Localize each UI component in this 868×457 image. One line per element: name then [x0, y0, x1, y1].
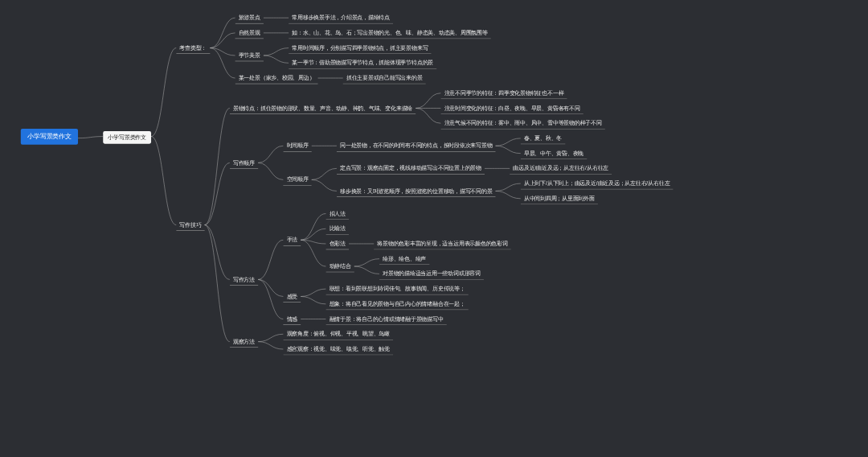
mindmap-node[interactable]: 移步换景：又叫游览顺序，按照游览的位置移动，描写不同的景 [337, 186, 496, 197]
mindmap-node[interactable]: 写作技巧 [176, 220, 204, 231]
mindmap-node[interactable]: 比喻法 [326, 223, 349, 234]
mindmap-node[interactable]: 早晨、中午、黄昏、夜晚 [521, 148, 588, 159]
node-label: 从上到下/从下到上；由远及近/由近及远；从左往右/从右往左 [521, 178, 674, 189]
node-label: 抓住主要景或自己能写出来的景 [343, 72, 426, 84]
node-label: 春、夏、秋、冬 [521, 133, 566, 144]
mindmap-connector [210, 48, 235, 78]
mindmap-connector [264, 48, 289, 56]
mindmap-node[interactable]: 旅游景点 [235, 12, 264, 23]
mindmap-connector [496, 138, 521, 146]
node-label: 常用移步换景手法，介绍景点，描绘特点 [289, 12, 393, 23]
mindmap-node[interactable]: 小学写景类作文 [103, 131, 151, 144]
node-label: 绘形、绘色、绘声 [379, 253, 429, 265]
mindmap-node[interactable]: 绘形、绘色、绘声 [379, 253, 429, 265]
node-label: 感官观察：视觉、味觉、嗅觉、听觉、触觉 [283, 344, 393, 355]
mindmap-connector [151, 48, 176, 137]
node-label: 从中间到四周；从里面到外面 [521, 193, 598, 204]
mindmap-node[interactable]: 注意气候不同的特征：雾中、雨中、风中、雪中等景物的样子不同 [440, 117, 604, 129]
mindmap-connector [301, 296, 326, 303]
node-label: 联想：看到景联想到诗词佳句、故事轶闻、历史传说等； [326, 283, 468, 294]
node-label: 常用时间顺序，分别描写四季景物特点，抓主要景物来写 [289, 43, 431, 54]
node-label: 手法 [283, 235, 301, 246]
mindmap-connector [258, 279, 283, 319]
mindmap-node[interactable]: 由远及近/由近及远；从左往右/从右往左 [510, 163, 612, 175]
node-label: 某一季节：借助景物描写季节特点，抓能体现季节特点的景 [289, 58, 436, 69]
mindmap-connector [301, 228, 326, 240]
mindmap-node[interactable]: 同一处景物，在不同的时间有不同的特点，按时段依次来写景物 [337, 141, 496, 152]
node-label: 写作技巧 [176, 220, 204, 231]
mindmap-node[interactable]: 时间顺序 [283, 141, 311, 152]
node-label: 注意时间变化的特征：白昼、夜晚、早晨、黄昏各有不同 [440, 103, 583, 114]
mindmap-connector [258, 163, 283, 179]
node-label: 移步换景：又叫游览顺序，按照游览的位置移动，描写不同的景 [337, 186, 496, 197]
node-label: 写作方法 [230, 274, 258, 286]
mindmap-node[interactable]: 景物特点：抓住景物的形状、数量、声音、动静、神韵、气味、变化来描绘 [230, 103, 416, 114]
mindmap-node[interactable]: 从中间到四周；从里面到外面 [521, 193, 598, 204]
node-label: 想象：将自己看见的景物与自己内心的情绪融合在一起； [326, 298, 468, 310]
mindmap-connector [264, 56, 289, 63]
mindmap-node[interactable]: 某一季节：借助景物描写季节特点，抓能体现季节特点的景 [289, 58, 436, 69]
mindmap-node[interactable]: 手法 [283, 235, 301, 246]
mindmap-node[interactable]: 拟人法 [326, 208, 349, 220]
node-label: 定点写景：观察点固定，视线移动描写出不同位置上的景物 [337, 163, 485, 175]
mindmap-node[interactable]: 如：水、山、花、鸟、石；写出景物的光、色、味、静态美、动态美、周围氛围等 [289, 27, 491, 39]
node-label: 某一处景（家乡、校园、周边） [235, 72, 318, 84]
mindmap-node[interactable]: 感官观察：视觉、味觉、嗅觉、听觉、触觉 [283, 344, 393, 355]
mindmap-connector [205, 225, 230, 280]
mindmap-node[interactable]: 对景物的描绘适当运用一些动词或形容词 [379, 269, 484, 280]
mindmap-connector [496, 183, 521, 191]
mindmap-connector [78, 137, 103, 138]
mindmap-node[interactable]: 色彩法 [326, 238, 349, 249]
mindmap-node[interactable]: 动静结合 [326, 261, 354, 272]
mindmap-node[interactable]: 感受 [283, 291, 301, 303]
mindmap-node[interactable]: 抓住主要景或自己能写出来的景 [343, 72, 426, 84]
node-label: 写作顺序 [230, 158, 258, 169]
mindmap-node[interactable]: 自然景观 [235, 27, 264, 39]
mindmap-node[interactable]: 空间顺序 [283, 175, 311, 186]
node-label: 早晨、中午、黄昏、夜晚 [521, 148, 588, 159]
mindmap-connector [210, 33, 235, 48]
mindmap-node[interactable]: 常用移步换景手法，介绍景点，描绘特点 [289, 12, 393, 23]
mindmap-node[interactable]: 注意时间变化的特征：白昼、夜晚、早晨、黄昏各有不同 [440, 103, 583, 114]
node-label: 注意不同季节的特征：四季变化景物特征也不一样 [440, 88, 567, 99]
node-label: 同一处景物，在不同的时间有不同的特点，按时段依次来写景物 [337, 141, 496, 152]
mindmap-node[interactable]: 写作方法 [230, 274, 258, 286]
mindmap-node[interactable]: 观察方法 [230, 336, 258, 348]
node-label: 季节美景 [235, 50, 264, 61]
mindmap-node[interactable]: 观察角度：俯视、仰视、平视、眺望、鸟瞰 [283, 329, 393, 340]
mindmap-connector [416, 108, 440, 123]
mindmap-node[interactable]: 春、夏、秋、冬 [521, 133, 566, 144]
mindmap-node[interactable]: 融情于景：将自己的心情或情绪融于景物描写中 [326, 314, 446, 325]
mindmap-canvas[interactable]: 小学写景类作文小学写景类作文考查类型：旅游景点常用移步换景手法，介绍景点，描绘特… [4, 4, 864, 453]
mindmap-node[interactable]: 小学写景类作文 [21, 129, 78, 145]
mindmap-connector [312, 168, 337, 179]
mindmap-connector [258, 146, 283, 163]
mindmap-node[interactable]: 情感 [283, 314, 301, 325]
node-label: 感受 [283, 291, 301, 303]
mindmap-connector [205, 108, 230, 224]
mindmap-node[interactable]: 某一处景（家乡、校园、周边） [235, 72, 318, 84]
node-label: 小学写景类作文 [21, 129, 78, 145]
node-label: 自然景观 [235, 27, 264, 39]
node-label: 景物特点：抓住景物的形状、数量、声音、动静、神韵、气味、变化来描绘 [230, 103, 416, 114]
mindmap-node[interactable]: 联想：看到景联想到诗词佳句、故事轶闻、历史传说等； [326, 283, 468, 294]
mindmap-node[interactable]: 注意不同季节的特征：四季变化景物特征也不一样 [440, 88, 567, 99]
node-label: 注意气候不同的特征：雾中、雨中、风中、雪中等景物的样子不同 [440, 117, 604, 129]
mindmap-connector [151, 137, 176, 225]
mindmap-node[interactable]: 常用时间顺序，分别描写四季景物特点，抓主要景物来写 [289, 43, 431, 54]
mindmap-connector [301, 240, 326, 244]
mindmap-connector [301, 289, 326, 296]
mindmap-connector [301, 214, 326, 241]
node-label: 拟人法 [326, 208, 349, 220]
mindmap-node[interactable]: 定点写景：观察点固定，视线移动描写出不同位置上的景物 [337, 163, 485, 175]
node-label: 动静结合 [326, 261, 354, 272]
mindmap-node[interactable]: 季节美景 [235, 50, 264, 61]
mindmap-node[interactable]: 写作顺序 [230, 158, 258, 169]
mindmap-node[interactable]: 从上到下/从下到上；由远及近/由近及远；从左往右/从右往左 [521, 178, 674, 189]
mindmap-node[interactable]: 将景物的色彩丰富的呈现，适当运用表示颜色的色彩词 [374, 238, 511, 249]
mindmap-node[interactable]: 想象：将自己看见的景物与自己内心的情绪融合在一起； [326, 298, 468, 310]
mindmap-node[interactable]: 考查类型： [176, 43, 210, 54]
mindmap-connector [258, 342, 283, 349]
node-label: 观察角度：俯视、仰视、平视、眺望、鸟瞰 [283, 329, 393, 340]
mindmap-connector [496, 191, 521, 198]
